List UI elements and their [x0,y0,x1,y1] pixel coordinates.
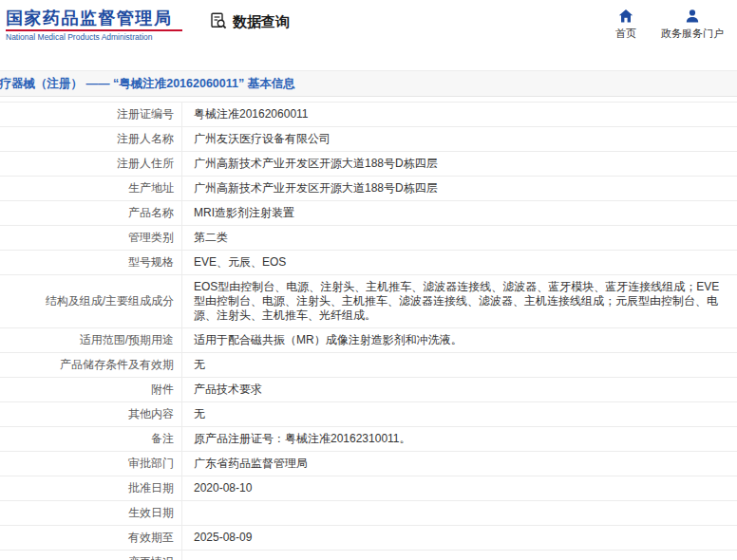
row-label: 注册证编号 [0,103,182,127]
nav-portal-label: 政务服务门户 [661,27,724,41]
table-row: 有效期至 2025-08-09 [0,526,737,551]
data-query-label: 数据查询 [233,13,290,31]
row-value: 广州高新技术产业开发区开源大道188号D栋四层 [182,152,737,177]
table-row: 型号规格 EVE、元辰、EOS [0,251,737,275]
table-row: 管理类别 第二类 [0,226,737,251]
data-query-section[interactable]: 数据查询 [209,11,290,33]
row-value: 广州高新技术产业开发区开源大道188号D栋四层 [182,177,737,201]
row-label: 型号规格 [0,251,182,275]
table-row: 备注 原产品注册证号：粤械注准20162310011。 [0,427,737,452]
row-label: 批准日期 [0,476,182,501]
row-value: 原产品注册证号：粤械注准20162310011。 [182,427,737,452]
row-label: 生效日期 [0,501,182,526]
table-row: 注册人住所 广州高新技术产业开发区开源大道188号D栋四层 [0,152,737,177]
logo-subtitle: National Medical Products Administration [6,33,182,42]
row-value: 广东省药品监督管理局 [182,452,737,476]
table-row: 审批部门 广东省药品监督管理局 [0,452,737,476]
row-label: 变更情况 [0,551,182,560]
table-row: 生产地址 广州高新技术产业开发区开源大道188号D栋四层 [0,177,737,201]
nav-home[interactable]: 首页 [615,8,636,41]
row-value: 第二类 [182,226,737,251]
table-row: 其他内容 无 [0,402,737,427]
table-row: 结构及组成/主要组成成分 EOS型由控制台、电源、注射头、主机推车、滤波器连接线… [0,275,737,328]
breadcrumb: 医疗器械（注册） —— “粤械注准20162060011” 基本信息 [0,76,295,92]
page-header: 国家药品监督管理局 National Medical Products Admi… [0,0,737,49]
table-row: 注册人名称 广州友沃医疗设备有限公司 [0,127,737,152]
row-label: 生产地址 [0,177,182,201]
table-row: 批准日期 2020-08-10 [0,476,737,501]
table-row: 产品储存条件及有效期 无 [0,353,737,378]
registration-info-table: 注册证编号 粤械注准20162060011 注册人名称 广州友沃医疗设备有限公司… [0,102,737,560]
logo-red-divider [6,29,182,31]
row-label: 适用范围/预期用途 [0,328,182,353]
row-label: 附件 [0,378,182,402]
row-value: 适用于配合磁共振（MR）成像注射造影剂和冲洗液。 [182,328,737,353]
breadcrumb-bar: 医疗器械（注册） —— “粤械注准20162060011” 基本信息 [0,70,737,97]
table-row: 变更情况 [0,551,737,560]
row-label: 有效期至 [0,526,182,551]
row-value [182,551,737,560]
portal-person-icon [684,8,701,25]
data-query-icon [209,11,228,33]
header-nav: 首页 政务服务门户 [615,8,724,41]
home-icon [617,8,634,25]
table-row: 适用范围/预期用途 适用于配合磁共振（MR）成像注射造影剂和冲洗液。 [0,328,737,353]
row-value: 2020-08-10 [182,476,737,501]
row-label: 产品名称 [0,201,182,226]
row-label: 管理类别 [0,226,182,251]
row-value: MRI造影剂注射装置 [182,201,737,226]
row-label: 其他内容 [0,402,182,427]
table-row: 产品名称 MRI造影剂注射装置 [0,201,737,226]
nav-portal[interactable]: 政务服务门户 [661,8,724,41]
table-row: 附件 产品技术要求 [0,378,737,402]
table-row: 注册证编号 粤械注准20162060011 [0,103,737,127]
row-value [182,501,737,526]
row-label: 产品储存条件及有效期 [0,353,182,378]
nmpa-logo: 国家药品监督管理局 National Medical Products Admi… [6,9,182,42]
row-label: 审批部门 [0,452,182,476]
row-label: 注册人名称 [0,127,182,152]
row-value: EVE、元辰、EOS [182,251,737,275]
info-table-body: 注册证编号 粤械注准20162060011 注册人名称 广州友沃医疗设备有限公司… [0,103,737,560]
row-value: 2025-08-09 [182,526,737,551]
nav-home-label: 首页 [615,27,636,41]
row-label: 结构及组成/主要组成成分 [0,275,182,328]
logo-title: 国家药品监督管理局 [6,9,182,28]
row-value: EOS型由控制台、电源、注射头、主机推车、滤波器连接线、滤波器、蓝牙模块、蓝牙连… [182,275,737,328]
row-value: 产品技术要求 [182,378,737,402]
row-label: 备注 [0,427,182,452]
table-row: 生效日期 [0,501,737,526]
row-value: 无 [182,402,737,427]
row-label: 注册人住所 [0,152,182,177]
row-value: 粤械注准20162060011 [182,103,737,127]
row-value: 广州友沃医疗设备有限公司 [182,127,737,152]
row-value: 无 [182,353,737,378]
